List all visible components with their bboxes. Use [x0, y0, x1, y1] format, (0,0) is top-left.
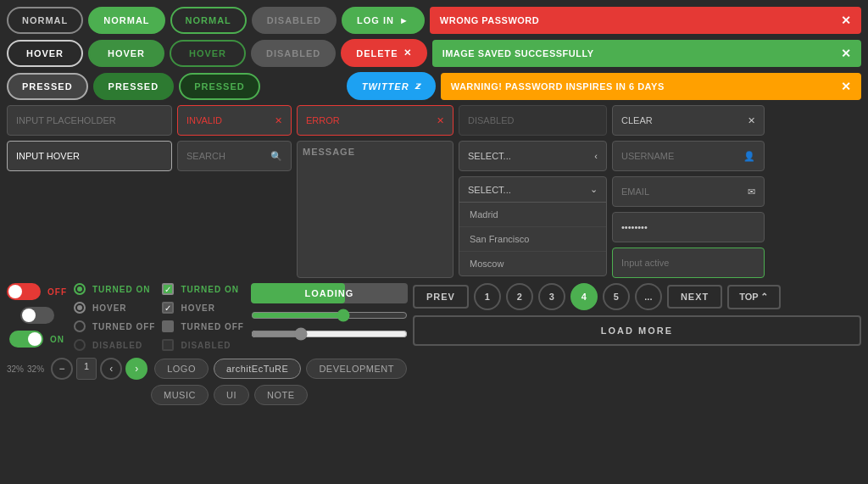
alert-close-3-icon[interactable]: ✕: [841, 80, 852, 93]
load-more-button[interactable]: LOAD MORE: [413, 315, 861, 346]
active-input[interactable]: [621, 258, 755, 268]
toggle-off-label: OFF: [47, 287, 67, 297]
alert-wrong-password-text: WRONG PASSWORD: [440, 15, 539, 25]
button-delete[interactable]: DELETE ✕: [341, 39, 426, 67]
search-input[interactable]: [186, 151, 270, 161]
input-placeholder[interactable]: [7, 105, 172, 136]
button-login[interactable]: LOG IN ►: [342, 7, 425, 34]
dropdown-item-sf[interactable]: San Francisco: [459, 227, 606, 252]
tag-music[interactable]: MUSIC: [151, 385, 209, 405]
progress-section: LOADING: [251, 283, 408, 341]
input-hover[interactable]: INPUT HOVER: [7, 141, 172, 171]
username-field[interactable]: 👤: [612, 141, 765, 171]
radio-off-icon: [74, 320, 86, 332]
page-4-button[interactable]: 4: [570, 283, 598, 310]
checkbox-hover[interactable]: ✓ HOVER: [162, 302, 243, 314]
toggle-on-label: ON: [50, 335, 64, 344]
nav-arrows: − 1 ‹ ›: [51, 358, 147, 380]
button-pressed-green-outline[interactable]: PRESSED: [179, 73, 260, 100]
checkbox-turned-on-label: TURNED ON: [181, 285, 238, 294]
nav-next-button[interactable]: ›: [125, 358, 147, 380]
login-label: LOG IN: [357, 15, 394, 25]
dropdown-header[interactable]: SELECT... ⌄: [459, 177, 606, 203]
page-1-button[interactable]: 1: [474, 283, 501, 310]
tags-row: LOGO architEcTuRE DEVELOPMENT: [154, 359, 407, 379]
clear-x-icon[interactable]: ✕: [748, 115, 755, 126]
select-field[interactable]: SELECT... ‹: [459, 141, 607, 171]
slider-inactive[interactable]: [251, 327, 408, 341]
button-hover-outline[interactable]: HOVER: [7, 40, 83, 67]
page-2-button[interactable]: 2: [506, 283, 533, 310]
delete-label: DELETE: [356, 48, 398, 58]
password-dots: ••••••••: [621, 222, 648, 232]
input-search[interactable]: 🔍: [177, 141, 292, 171]
radio-on-icon: [74, 283, 86, 295]
dropdown-area: SELECT... ⌄ Madrid San Francisco Moscow: [459, 176, 607, 276]
radio-turned-on[interactable]: TURNED ON: [74, 283, 155, 295]
message-textarea[interactable]: MESSAGE: [297, 141, 453, 278]
button-normal-green-outline[interactable]: NORMAL: [170, 7, 247, 34]
toggle-switch-off-gray[interactable]: [20, 307, 54, 324]
tag-ui[interactable]: UI: [214, 385, 249, 405]
checkbox-hover-icon: ✓: [162, 302, 174, 314]
radio-dot: [77, 287, 82, 292]
top-button[interactable]: TOP ⌃: [727, 285, 780, 309]
input-invalid[interactable]: INVALID ✕: [177, 105, 292, 136]
email-input[interactable]: [621, 186, 748, 197]
checkbox-turned-off[interactable]: TURNED OFF: [162, 320, 243, 332]
button-normal-outline[interactable]: NORMAL: [7, 7, 83, 34]
toggles-section: OFF ON: [7, 283, 408, 351]
toggle-on-green[interactable]: ON: [9, 331, 64, 348]
input-clear-text: CLEAR: [621, 115, 653, 125]
tag-logo[interactable]: LOGO: [154, 359, 209, 379]
button-twitter[interactable]: TwItteR 𝕫: [347, 72, 436, 100]
alert-close-2-icon[interactable]: ✕: [841, 47, 852, 60]
input-hover-text: INPUT HOVER: [16, 151, 80, 161]
nav-minus-button[interactable]: −: [51, 358, 73, 380]
delete-x-icon: ✕: [403, 47, 412, 58]
button-hover-green-outline[interactable]: HOVER: [170, 40, 246, 67]
toggle-off-gray[interactable]: [20, 307, 54, 324]
password-field[interactable]: ••••••••: [612, 212, 765, 242]
button-normal-green[interactable]: NORMAL: [88, 7, 164, 34]
checkbox-turned-on[interactable]: ✓ TURNED ON: [162, 283, 243, 295]
checkbox-disabled-icon: [162, 339, 174, 351]
page-5-button[interactable]: 5: [603, 283, 630, 310]
button-pressed-green[interactable]: PRESSED: [93, 73, 175, 100]
radio-turned-off[interactable]: TURNED OFF: [74, 320, 155, 332]
input-placeholder-field[interactable]: [16, 115, 163, 125]
input-error[interactable]: ERROR ✕: [297, 105, 453, 136]
slider-active[interactable]: [251, 309, 408, 322]
nav-prev-button[interactable]: ‹: [100, 358, 122, 380]
username-input[interactable]: [621, 151, 743, 161]
error-x-icon: ✕: [275, 115, 282, 126]
alert-wrong-password: WRONG PASSWORD ✕: [430, 7, 861, 34]
dropdown-item-moscow[interactable]: Moscow: [459, 252, 606, 275]
input-active[interactable]: [612, 248, 765, 278]
email-field[interactable]: ✉: [612, 176, 765, 207]
prev-button[interactable]: PREV: [413, 285, 469, 309]
bottom-row: 32% 32% − 1 ‹ › LOGO architEcTuRE DEVELO…: [7, 356, 861, 380]
button-pressed-outline[interactable]: PRESSED: [7, 73, 88, 100]
toggle-switch-on[interactable]: [9, 331, 43, 348]
page-3-button[interactable]: 3: [538, 283, 565, 310]
alerts-col-2: IMAGE SAVED SUCCESSFULLY ✕: [432, 40, 861, 67]
page-ellipsis-button[interactable]: ...: [635, 283, 662, 310]
dropdown-item-madrid[interactable]: Madrid: [459, 203, 606, 227]
pagination-row: PREV 1 2 3 4 5 ... NEXT TOP ⌃: [413, 283, 861, 310]
tag-architecture[interactable]: architEcTuRE: [214, 359, 301, 379]
alert-close-icon[interactable]: ✕: [841, 14, 852, 27]
tag-note[interactable]: NOTE: [254, 385, 308, 405]
radio-turned-off-label: TURNED OFF: [92, 322, 155, 331]
toggle-switch-off[interactable]: [7, 283, 41, 300]
twitter-bird-icon: 𝕫: [415, 81, 420, 92]
input-clear[interactable]: CLEAR ✕: [612, 105, 765, 136]
toggle-off-red[interactable]: OFF: [7, 283, 67, 300]
dropdown-label: SELECT...: [468, 185, 511, 195]
tag-development[interactable]: DEVELOPMENT: [306, 359, 407, 379]
toggle-knob-on: [28, 332, 42, 346]
next-button[interactable]: NEXT: [667, 285, 722, 309]
alerts-col-3: WARNING! PASSWORD INSPIRES IN 6 DAYS ✕: [441, 73, 861, 100]
radio-hover[interactable]: HOVER: [74, 302, 155, 314]
button-hover-green[interactable]: HOVER: [88, 40, 164, 67]
